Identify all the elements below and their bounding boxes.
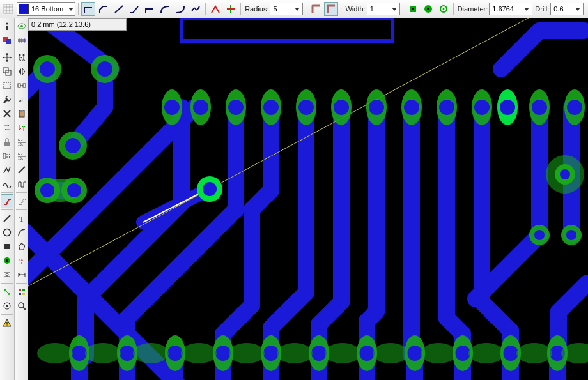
arc-3-icon[interactable] xyxy=(158,2,172,16)
svg-rect-55 xyxy=(18,84,20,87)
chevron-down-icon xyxy=(295,8,300,11)
smash-icon[interactable] xyxy=(1,163,13,177)
svg-rect-25 xyxy=(3,153,6,158)
arc-tool-icon[interactable] xyxy=(15,225,28,239)
chevron-down-icon xyxy=(392,8,397,11)
svg-point-42 xyxy=(6,305,8,307)
svg-point-170 xyxy=(120,346,135,361)
width-input[interactable] xyxy=(370,5,387,13)
select-rect-icon[interactable] xyxy=(1,79,13,93)
erc-icon[interactable] xyxy=(1,299,13,313)
bend-45-icon[interactable] xyxy=(97,2,111,16)
svg-point-78 xyxy=(19,303,24,308)
drill-combo[interactable] xyxy=(550,3,584,15)
arc-2-icon[interactable] xyxy=(143,2,157,16)
bend-free-icon[interactable] xyxy=(112,2,126,16)
move-icon[interactable] xyxy=(1,50,13,65)
miter-icon[interactable] xyxy=(208,2,222,16)
svg-point-176 xyxy=(263,346,279,361)
paste-icon[interactable] xyxy=(15,107,28,121)
diameter-input[interactable] xyxy=(492,5,519,13)
svg-text:1 1: 1 1 xyxy=(546,19,578,40)
hand-icon[interactable] xyxy=(15,79,28,93)
svg-rect-0 xyxy=(4,4,13,13)
corner-sharp-icon[interactable] xyxy=(324,2,338,16)
via-icon[interactable] xyxy=(1,254,13,268)
ratio-icon[interactable]: R210k xyxy=(15,135,28,149)
pinswap-icon[interactable] xyxy=(1,149,13,163)
line-icon[interactable] xyxy=(1,211,13,225)
pad-square-icon[interactable] xyxy=(406,2,420,16)
grid-icon[interactable] xyxy=(1,2,15,16)
left-toolbar-1 xyxy=(0,18,15,380)
svg-text:T: T xyxy=(19,214,24,223)
polygon-icon[interactable] xyxy=(15,239,28,254)
zoom-icon[interactable] xyxy=(15,299,28,313)
swap-icon[interactable] xyxy=(1,121,13,135)
mirror-icon[interactable] xyxy=(15,65,28,79)
net-highlight-icon[interactable] xyxy=(1,285,13,299)
svg-rect-21 xyxy=(4,82,10,89)
unroute-icon[interactable] xyxy=(15,194,28,208)
bend-right-angle-icon[interactable] xyxy=(81,2,95,16)
route-icon[interactable] xyxy=(1,194,13,208)
info-icon[interactable] xyxy=(1,19,13,33)
corner-round-icon[interactable] xyxy=(309,2,323,16)
smash-line-icon[interactable] xyxy=(15,163,28,177)
walk-people-icon[interactable] xyxy=(15,50,28,65)
net-grid-icon[interactable] xyxy=(15,285,28,299)
width-combo[interactable] xyxy=(367,3,400,15)
svg-point-191 xyxy=(133,343,169,363)
eye-icon[interactable] xyxy=(15,19,28,33)
svg-point-142 xyxy=(164,100,180,115)
svg-point-148 xyxy=(263,100,279,115)
diameter-combo[interactable] xyxy=(489,3,532,15)
layer-select[interactable]: 16 Bottom xyxy=(17,2,75,16)
coordinate-text: 0.2 mm (12.2 13.6) xyxy=(31,20,91,28)
svg-point-31 xyxy=(4,229,11,236)
separator xyxy=(1,314,13,315)
text-icon[interactable]: T xyxy=(15,211,28,225)
arc-1-icon[interactable] xyxy=(127,2,141,16)
svg-point-220 xyxy=(203,182,217,196)
radius-combo[interactable] xyxy=(270,3,303,15)
svg-rect-74 xyxy=(19,289,21,291)
lock-icon[interactable] xyxy=(1,135,13,149)
radius-input[interactable] xyxy=(273,5,290,13)
pad-round-icon[interactable] xyxy=(421,2,435,16)
pinswap2-icon[interactable]: R210k xyxy=(15,149,28,163)
pad-dot-icon[interactable] xyxy=(437,2,451,16)
wave-icon[interactable] xyxy=(1,177,13,191)
svg-point-196 xyxy=(373,343,408,363)
hole-icon[interactable] xyxy=(1,268,13,282)
wrench-icon[interactable] xyxy=(1,93,13,107)
swap-down-icon[interactable] xyxy=(15,121,28,135)
mark-icon[interactable] xyxy=(15,268,28,282)
layers-icon[interactable] xyxy=(1,33,13,47)
drill-input[interactable] xyxy=(553,5,570,13)
pcb-drawing: 1 1 xyxy=(28,18,588,380)
copy-icon[interactable] xyxy=(1,65,13,79)
name-icon[interactable]: ab xyxy=(15,93,28,107)
rect-icon[interactable] xyxy=(1,239,13,254)
cross-icon[interactable] xyxy=(224,2,238,16)
dimension-icon[interactable]: >AT xyxy=(15,254,28,268)
arc-4-icon[interactable] xyxy=(173,2,187,16)
meander-icon[interactable] xyxy=(15,177,28,191)
chevron-down-icon xyxy=(68,8,74,11)
delete-x-icon[interactable] xyxy=(1,107,13,121)
svg-text:R2: R2 xyxy=(18,152,23,156)
svg-point-37 xyxy=(6,273,8,276)
diameter-label: Diameter: xyxy=(458,5,488,13)
circle-icon[interactable] xyxy=(1,225,13,239)
layers-select-icon[interactable] xyxy=(15,33,28,47)
separator xyxy=(16,192,27,193)
arc-wave-icon[interactable] xyxy=(189,2,203,16)
separator xyxy=(16,283,27,284)
svg-line-44 xyxy=(9,303,10,304)
warning-icon[interactable] xyxy=(1,316,13,330)
separator xyxy=(403,3,403,15)
separator xyxy=(205,3,206,15)
svg-point-34 xyxy=(6,259,8,262)
pcb-canvas[interactable]: 1 1 xyxy=(28,18,588,380)
